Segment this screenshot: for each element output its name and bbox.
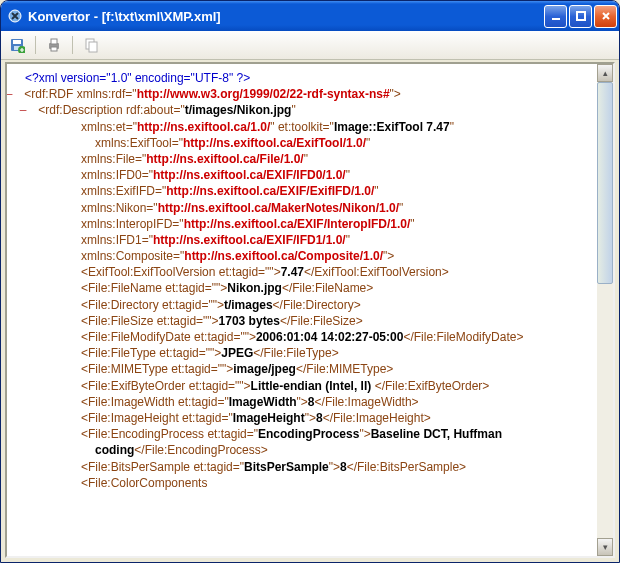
et-toolkit-value: Image::ExifTool 7.47 [334,120,450,134]
colorcomponents-open: <File:ColorComponents [81,476,207,490]
imageheight-value: 8 [316,411,323,425]
exiftool-version-open: <ExifTool:ExifToolVersion et:tagid=""> [81,265,281,279]
imagewidth-tagid: ImageWidth [229,395,297,409]
encodingprocess-open: <File:EncodingProcess et:tagid=" [81,427,258,441]
content-area: <?xml version="1.0" encoding="UTF-8" ?> … [5,62,615,558]
svg-rect-11 [89,42,97,52]
svg-rect-9 [51,47,57,51]
toolbar [1,31,619,60]
print-icon[interactable] [46,37,62,53]
rdf-ns-url: http://www.w3.org/1999/02/22-rdf-syntax-… [137,87,390,101]
nikon-ns-url: http://ns.exiftool.ca/MakerNotes/Nikon/1… [158,201,399,215]
interop-ns-url: http://ns.exiftool.ca/EXIF/InteropIFD/1.… [184,217,411,231]
exiftool-version-value: 7.47 [281,265,304,279]
file-ns-url: http://ns.exiftool.ca/File/1.0/ [146,152,303,166]
filesize-value: 1703 bytes [219,314,280,328]
byteorder-open: <File:ExifByteOrder et:tagid=""> [81,379,251,393]
scroll-track[interactable] [597,284,613,538]
maximize-button[interactable] [569,5,592,28]
bitspersample-tagid: BitsPerSample [244,460,329,474]
save-icon[interactable] [9,37,25,53]
scroll-thumb[interactable] [597,82,613,284]
svg-rect-8 [51,39,57,44]
app-name: Konvertor [28,9,90,24]
toolbar-separator [35,36,36,54]
imageheight-open: <File:ImageHeight et:tagid=" [81,411,233,425]
modifydate-open: <File:FileModifyDate et:tagid=""> [81,330,256,344]
app-icon [7,8,23,24]
desc-about-value: t/images/Nikon.jpg [185,103,292,117]
imagewidth-open: <File:ImageWidth et:tagid=" [81,395,229,409]
copy-icon[interactable] [83,37,99,53]
directory-value: t/images [224,298,273,312]
svg-rect-4 [13,40,21,44]
directory-open: <File:Directory et:tagid=""> [81,298,224,312]
mimetype-open: <File:MIMEType et:tagid=""> [81,362,233,376]
et-ns-url: http://ns.exiftool.ca/1.0/ [137,120,270,134]
window-title: Konvertor - [f:\txt\xml\XMP.xml] [28,9,544,24]
modifydate-value: 2006:01:04 14:02:27-05:00 [256,330,403,344]
ifd0-ns-url: http://ns.exiftool.ca/EXIF/IFD0/1.0/ [153,168,346,182]
app-window: Konvertor - [f:\txt\xml\XMP.xml] <?xml v… [0,0,620,563]
vertical-scrollbar[interactable]: ▴ ▾ [597,64,613,556]
imageheight-tagid: ImageHeight [233,411,305,425]
desc-tag-open: <rdf:Description rdf:about=" [38,103,184,117]
close-button[interactable] [594,5,617,28]
bitspersample-open: <File:BitsPerSample et:tagid=" [81,460,244,474]
bitspersample-value: 8 [340,460,347,474]
svg-rect-1 [552,18,560,20]
collapse-toggle[interactable]: – [11,86,21,102]
exififd-ns-url: http://ns.exiftool.ca/EXIF/ExifIFD/1.0/ [166,184,374,198]
exiftool-ns-url: http://ns.exiftool.ca/ExifTool/1.0/ [183,136,366,150]
mimetype-value: image/jpeg [233,362,296,376]
byteorder-value: Little-endian (Intel, II) [251,379,372,393]
ifd1-ns-url: http://ns.exiftool.ca/EXIF/IFD1/1.0/ [153,233,346,247]
encodingprocess-tagid: EncodingProcess [258,427,359,441]
filename-open: <File:FileName et:tagid=""> [81,281,227,295]
filesize-open: <File:FileSize et:tagid=""> [81,314,219,328]
scroll-down-button[interactable]: ▾ [597,538,613,556]
collapse-toggle[interactable]: – [25,102,35,118]
filetype-open: <File:FileType et:tagid=""> [81,346,221,360]
xml-declaration: <?xml version="1.0" encoding="UTF-8" ?> [25,71,250,85]
rdf-tag-open: <rdf:RDF xmlns:rdf=" [24,87,136,101]
minimize-button[interactable] [544,5,567,28]
composite-ns-url: http://ns.exiftool.ca/Composite/1.0/ [184,249,383,263]
xml-view[interactable]: <?xml version="1.0" encoding="UTF-8" ?> … [7,64,597,556]
svg-rect-2 [577,12,585,20]
toolbar-separator [72,36,73,54]
scroll-up-button[interactable]: ▴ [597,64,613,82]
filetype-value: JPEG [221,346,253,360]
file-path: [f:\txt\xml\XMP.xml] [102,9,221,24]
filename-value: Nikon.jpg [227,281,282,295]
titlebar[interactable]: Konvertor - [f:\txt\xml\XMP.xml] [1,1,619,31]
imagewidth-value: 8 [308,395,315,409]
